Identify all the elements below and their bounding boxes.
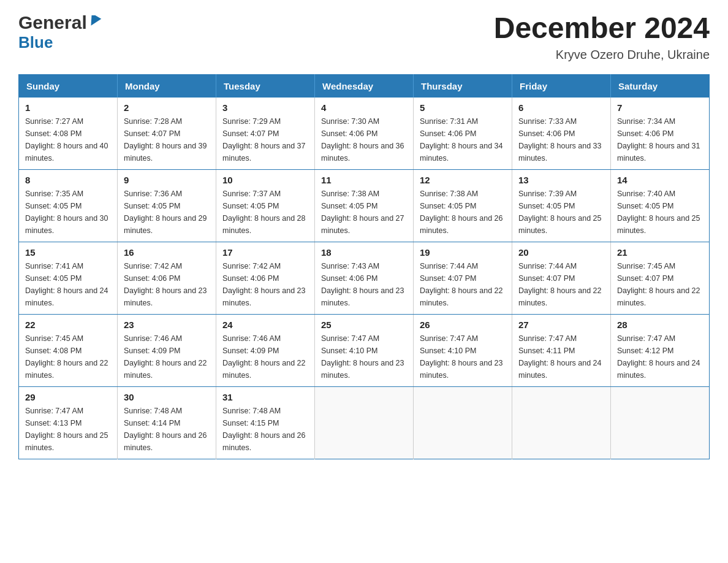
logo-triangle-icon: [88, 15, 102, 30]
day-info: Sunrise: 7:38 AMSunset: 4:05 PMDaylight:…: [420, 188, 506, 237]
day-number: 7: [617, 102, 703, 113]
day-info: Sunrise: 7:35 AMSunset: 4:05 PMDaylight:…: [25, 188, 111, 237]
calendar-cell: [611, 386, 710, 459]
day-number: 9: [124, 175, 210, 185]
day-number: 3: [222, 102, 308, 113]
day-number: 19: [420, 247, 506, 258]
day-info: Sunrise: 7:28 AMSunset: 4:07 PMDaylight:…: [124, 115, 210, 164]
calendar-cell: 26 Sunrise: 7:47 AMSunset: 4:10 PMDaylig…: [414, 314, 512, 386]
day-info: Sunrise: 7:46 AMSunset: 4:09 PMDaylight:…: [124, 332, 210, 381]
title-section: December 2024 Kryve Ozero Druhe, Ukraine: [494, 12, 710, 62]
day-number: 18: [321, 247, 407, 258]
day-number: 11: [321, 175, 407, 185]
day-info: Sunrise: 7:47 AMSunset: 4:12 PMDaylight:…: [617, 332, 703, 381]
day-number: 30: [124, 392, 210, 402]
day-info: Sunrise: 7:42 AMSunset: 4:06 PMDaylight:…: [124, 260, 210, 309]
page-header: General Blue December 2024 Kryve Ozero D…: [18, 12, 710, 62]
day-info: Sunrise: 7:38 AMSunset: 4:05 PMDaylight:…: [321, 188, 407, 237]
day-number: 6: [518, 102, 604, 113]
day-info: Sunrise: 7:47 AMSunset: 4:10 PMDaylight:…: [321, 332, 407, 381]
calendar-cell: 27 Sunrise: 7:47 AMSunset: 4:11 PMDaylig…: [512, 314, 611, 386]
calendar-header-wednesday: Wednesday: [315, 74, 414, 98]
day-number: 5: [420, 102, 506, 113]
day-number: 21: [617, 247, 703, 258]
calendar-header-row: SundayMondayTuesdayWednesdayThursdayFrid…: [19, 74, 710, 98]
day-number: 26: [420, 320, 506, 330]
calendar-cell: 22 Sunrise: 7:45 AMSunset: 4:08 PMDaylig…: [19, 314, 118, 386]
day-number: 1: [25, 102, 111, 113]
day-info: Sunrise: 7:31 AMSunset: 4:06 PMDaylight:…: [420, 115, 506, 164]
calendar-cell: 25 Sunrise: 7:47 AMSunset: 4:10 PMDaylig…: [315, 314, 414, 386]
day-info: Sunrise: 7:30 AMSunset: 4:06 PMDaylight:…: [321, 115, 407, 164]
day-info: Sunrise: 7:44 AMSunset: 4:07 PMDaylight:…: [518, 260, 604, 309]
calendar-cell: 24 Sunrise: 7:46 AMSunset: 4:09 PMDaylig…: [216, 314, 315, 386]
calendar-cell: 12 Sunrise: 7:38 AMSunset: 4:05 PMDaylig…: [414, 169, 512, 242]
calendar-cell: 7 Sunrise: 7:34 AMSunset: 4:06 PMDayligh…: [611, 98, 710, 170]
day-info: Sunrise: 7:34 AMSunset: 4:06 PMDaylight:…: [617, 115, 703, 164]
day-info: Sunrise: 7:44 AMSunset: 4:07 PMDaylight:…: [420, 260, 506, 309]
calendar-cell: 9 Sunrise: 7:36 AMSunset: 4:05 PMDayligh…: [118, 169, 216, 242]
day-number: 28: [617, 320, 703, 330]
day-info: Sunrise: 7:37 AMSunset: 4:05 PMDaylight:…: [222, 188, 308, 237]
day-number: 25: [321, 320, 407, 330]
day-info: Sunrise: 7:47 AMSunset: 4:13 PMDaylight:…: [25, 405, 111, 454]
calendar-cell: 2 Sunrise: 7:28 AMSunset: 4:07 PMDayligh…: [118, 98, 216, 170]
day-number: 12: [420, 175, 506, 185]
calendar-week-row: 15 Sunrise: 7:41 AMSunset: 4:05 PMDaylig…: [19, 242, 710, 314]
day-number: 27: [518, 320, 604, 330]
calendar-cell: 28 Sunrise: 7:47 AMSunset: 4:12 PMDaylig…: [611, 314, 710, 386]
calendar-week-row: 8 Sunrise: 7:35 AMSunset: 4:05 PMDayligh…: [19, 169, 710, 242]
calendar-header-tuesday: Tuesday: [216, 74, 315, 98]
day-number: 10: [222, 175, 308, 185]
day-info: Sunrise: 7:36 AMSunset: 4:05 PMDaylight:…: [124, 188, 210, 237]
svg-marker-0: [88, 15, 101, 28]
calendar-header-saturday: Saturday: [611, 74, 710, 98]
day-info: Sunrise: 7:42 AMSunset: 4:06 PMDaylight:…: [222, 260, 308, 309]
day-number: 24: [222, 320, 308, 330]
calendar-cell: 15 Sunrise: 7:41 AMSunset: 4:05 PMDaylig…: [19, 242, 118, 314]
day-info: Sunrise: 7:43 AMSunset: 4:06 PMDaylight:…: [321, 260, 407, 309]
day-number: 20: [518, 247, 604, 258]
day-number: 4: [321, 102, 407, 113]
calendar-cell: 8 Sunrise: 7:35 AMSunset: 4:05 PMDayligh…: [19, 169, 118, 242]
day-info: Sunrise: 7:45 AMSunset: 4:08 PMDaylight:…: [25, 332, 111, 381]
day-info: Sunrise: 7:48 AMSunset: 4:15 PMDaylight:…: [222, 405, 308, 454]
day-number: 22: [25, 320, 111, 330]
calendar-cell: 17 Sunrise: 7:42 AMSunset: 4:06 PMDaylig…: [216, 242, 315, 314]
calendar-cell: 3 Sunrise: 7:29 AMSunset: 4:07 PMDayligh…: [216, 98, 315, 170]
day-info: Sunrise: 7:47 AMSunset: 4:11 PMDaylight:…: [518, 332, 604, 381]
day-info: Sunrise: 7:40 AMSunset: 4:05 PMDaylight:…: [617, 188, 703, 237]
day-info: Sunrise: 7:29 AMSunset: 4:07 PMDaylight:…: [222, 115, 308, 164]
day-number: 23: [124, 320, 210, 330]
logo-blue-text: Blue: [18, 33, 53, 52]
day-info: Sunrise: 7:41 AMSunset: 4:05 PMDaylight:…: [25, 260, 111, 309]
calendar-cell: 13 Sunrise: 7:39 AMSunset: 4:05 PMDaylig…: [512, 169, 611, 242]
logo-general-text: General: [18, 12, 87, 33]
calendar-cell: 11 Sunrise: 7:38 AMSunset: 4:05 PMDaylig…: [315, 169, 414, 242]
day-number: 17: [222, 247, 308, 258]
calendar-cell: 14 Sunrise: 7:40 AMSunset: 4:05 PMDaylig…: [611, 169, 710, 242]
calendar-header-friday: Friday: [512, 74, 611, 98]
calendar-cell: 29 Sunrise: 7:47 AMSunset: 4:13 PMDaylig…: [19, 386, 118, 459]
day-number: 14: [617, 175, 703, 185]
day-info: Sunrise: 7:46 AMSunset: 4:09 PMDaylight:…: [222, 332, 308, 381]
day-info: Sunrise: 7:27 AMSunset: 4:08 PMDaylight:…: [25, 115, 111, 164]
day-number: 2: [124, 102, 210, 113]
calendar-week-row: 1 Sunrise: 7:27 AMSunset: 4:08 PMDayligh…: [19, 98, 710, 170]
day-info: Sunrise: 7:45 AMSunset: 4:07 PMDaylight:…: [617, 260, 703, 309]
calendar-cell: 1 Sunrise: 7:27 AMSunset: 4:08 PMDayligh…: [19, 98, 118, 170]
calendar-header-thursday: Thursday: [414, 74, 512, 98]
calendar-header-sunday: Sunday: [19, 74, 118, 98]
day-number: 16: [124, 247, 210, 258]
calendar-cell: 4 Sunrise: 7:30 AMSunset: 4:06 PMDayligh…: [315, 98, 414, 170]
calendar-week-row: 29 Sunrise: 7:47 AMSunset: 4:13 PMDaylig…: [19, 386, 710, 459]
calendar-cell: 16 Sunrise: 7:42 AMSunset: 4:06 PMDaylig…: [118, 242, 216, 314]
day-info: Sunrise: 7:39 AMSunset: 4:05 PMDaylight:…: [518, 188, 604, 237]
calendar-cell: 5 Sunrise: 7:31 AMSunset: 4:06 PMDayligh…: [414, 98, 512, 170]
day-number: 15: [25, 247, 111, 258]
day-info: Sunrise: 7:33 AMSunset: 4:06 PMDaylight:…: [518, 115, 604, 164]
calendar-cell: [315, 386, 414, 459]
calendar-week-row: 22 Sunrise: 7:45 AMSunset: 4:08 PMDaylig…: [19, 314, 710, 386]
day-number: 31: [222, 392, 308, 402]
calendar-cell: [512, 386, 611, 459]
